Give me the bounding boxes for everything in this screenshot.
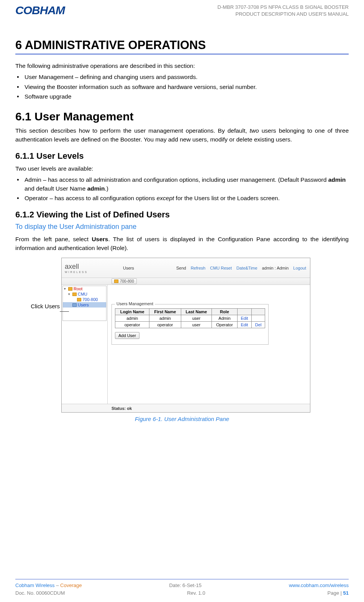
- status-text: Status: ok: [111, 406, 132, 411]
- action-date-time[interactable]: Date&Time: [236, 266, 257, 270]
- tree-root-label: Root: [74, 286, 82, 291]
- heading-6: 6 ADMINISTRATIVE OPERATIONS: [15, 38, 349, 54]
- click-users-label: Click Users: [31, 303, 60, 309]
- cell-first: operator: [149, 322, 181, 328]
- app-main: Users Management Login Name First Name L…: [108, 285, 310, 404]
- header-doc-title: D-MBR 3707-3708 PS NFPA CLASS B SIGNAL B…: [218, 4, 349, 18]
- app-actions: Send Refresh CMU Reset Date&Time admin :…: [176, 266, 310, 270]
- b1-mid: and default User Name: [25, 185, 87, 192]
- b1-bold1: admin: [328, 176, 346, 183]
- cell-last: user: [181, 322, 212, 328]
- tree-users-label: Users: [78, 303, 89, 307]
- tree-band-label: 700-800: [82, 297, 98, 302]
- edit-link[interactable]: Edit: [237, 315, 252, 322]
- b2-post: for the Users list or the Loaders screen…: [174, 195, 280, 201]
- footer-page: Page | 51: [328, 589, 349, 597]
- toolbar-item-band[interactable]: 700-800: [111, 278, 137, 284]
- heading-6-1: 6.1 User Management: [15, 110, 349, 123]
- cell-role: Admin: [212, 315, 237, 322]
- header-line2: PRODUCT DESCRIPTION AND USER'S MANUAL: [218, 11, 349, 18]
- footer-rev: Rev. 1.0: [187, 589, 205, 597]
- add-user-button[interactable]: Add User: [115, 332, 139, 339]
- section612-sub: To display the User Administration pane: [15, 223, 349, 231]
- tree-cmu-label: CMU: [78, 292, 87, 296]
- table-row: admin admin user Admin Edit: [115, 315, 265, 322]
- app-toolbar: 700-800: [62, 278, 310, 285]
- tree-users[interactable]: Users: [63, 302, 106, 308]
- toolbar-item-label: 700-800: [120, 279, 134, 283]
- b1-pre: Admin – has access to all administration…: [25, 176, 328, 183]
- footer-page-num: 51: [343, 590, 349, 596]
- section61-para-em: two: [250, 127, 259, 134]
- folder-icon: [72, 293, 77, 296]
- callout-line: [60, 311, 69, 312]
- table-row: operator operator user Operator Edit Del: [115, 322, 265, 328]
- footer-left-1: Cobham Wireless – Coverage: [15, 582, 82, 589]
- footer-sep: –: [55, 582, 60, 588]
- cell-role: Operator: [212, 322, 237, 328]
- footer-company: Cobham Wireless: [15, 582, 55, 588]
- section611-intro: Two user levels are available:: [15, 164, 349, 173]
- app-body: ▾ Root ▾ CMU 700-800: [62, 285, 310, 404]
- users-management-panel: Users Management Login Name First Name L…: [111, 304, 269, 345]
- th-role: Role: [212, 309, 237, 315]
- panel-title: Users Management: [115, 301, 155, 306]
- users-icon: [72, 303, 77, 307]
- tree-root[interactable]: ▾ Root: [63, 286, 106, 291]
- p-pre: From the left pane, select: [15, 236, 92, 242]
- user-role-label: admin : Admin: [262, 266, 289, 270]
- cell-last: user: [181, 315, 212, 322]
- app-logo-text: axell: [65, 263, 105, 271]
- footer-docno: Doc. No. 00060CDUM: [15, 589, 65, 597]
- app-topbar: axell WIRELESS Users Send Refresh CMU Re…: [62, 258, 310, 278]
- table-header-row: Login Name First Name Last Name Role: [115, 309, 265, 315]
- tree-band[interactable]: 700-800: [63, 297, 106, 302]
- footer-url: www.cobham.com/wireless: [289, 582, 349, 589]
- section61-para-pre: This section describes how to perform th…: [15, 127, 250, 134]
- header-line1: D-MBR 3707-3708 PS NFPA CLASS B SIGNAL B…: [218, 4, 349, 11]
- folder-icon: [68, 287, 72, 291]
- th-edit: [237, 309, 252, 315]
- th-first: First Name: [149, 309, 181, 315]
- cell-login: admin: [115, 315, 149, 322]
- section612-para: From the left pane, select Users. The li…: [15, 235, 349, 253]
- page-header: COBHAM D-MBR 3707-3708 PS NFPA CLASS B S…: [15, 0, 349, 31]
- section611-bullets: Admin – has access to all administration…: [15, 175, 349, 203]
- status-bar: Status: ok: [62, 404, 310, 412]
- th-login: Login Name: [115, 309, 149, 315]
- del-link[interactable]: Del: [252, 322, 265, 328]
- brand-logo: COBHAM: [15, 4, 65, 17]
- action-logout[interactable]: Logout: [293, 266, 306, 270]
- app-logo: axell WIRELESS: [62, 261, 108, 275]
- action-send[interactable]: Send: [176, 266, 186, 270]
- b2-pre: Operator – has access to all configurati…: [25, 195, 157, 201]
- b1-bold2: admin: [87, 185, 105, 192]
- edit-link[interactable]: Edit: [237, 322, 252, 328]
- tree-cmu[interactable]: ▾ CMU: [63, 291, 106, 297]
- section6-intro: The following administrative operations …: [15, 61, 349, 70]
- action-cmu-reset[interactable]: CMU Reset: [210, 266, 232, 270]
- section611-bullet-1: Admin – has access to all administration…: [25, 175, 349, 193]
- heading-6-1-2: 6.1.2 Viewing the List of Defined Users: [15, 210, 349, 220]
- section611-bullet-2: Operator – has access to all configurati…: [25, 194, 349, 202]
- tree-panel: ▾ Root ▾ CMU 700-800: [62, 286, 107, 321]
- del-link[interactable]: [252, 315, 265, 322]
- breadcrumb: Users: [108, 266, 134, 270]
- heading-6-1-1: 6.1.1 User Levels: [15, 151, 349, 161]
- cell-first: admin: [149, 315, 181, 322]
- page-footer: Cobham Wireless – Coverage Date: 6-Set-1…: [15, 579, 349, 597]
- action-refresh[interactable]: Refresh: [191, 266, 206, 270]
- th-del: [252, 309, 265, 315]
- app-window: axell WIRELESS Users Send Refresh CMU Re…: [61, 258, 310, 413]
- caret-icon: ▾: [68, 292, 71, 296]
- folder-icon: [114, 280, 118, 283]
- b2-em: except: [157, 195, 174, 201]
- footer-coverage: Coverage: [60, 582, 82, 588]
- app-sidebar: ▾ Root ▾ CMU 700-800: [62, 285, 108, 404]
- caret-icon: ▾: [64, 287, 67, 291]
- p-bold: Users: [92, 236, 108, 242]
- section6-bullet-2: Viewing the Booster information such as …: [25, 82, 349, 91]
- figure-6-1: Click Users axell WIRELESS Users Send Re…: [15, 258, 349, 413]
- b1-post: .): [105, 185, 108, 192]
- users-table: Login Name First Name Last Name Role: [115, 308, 265, 328]
